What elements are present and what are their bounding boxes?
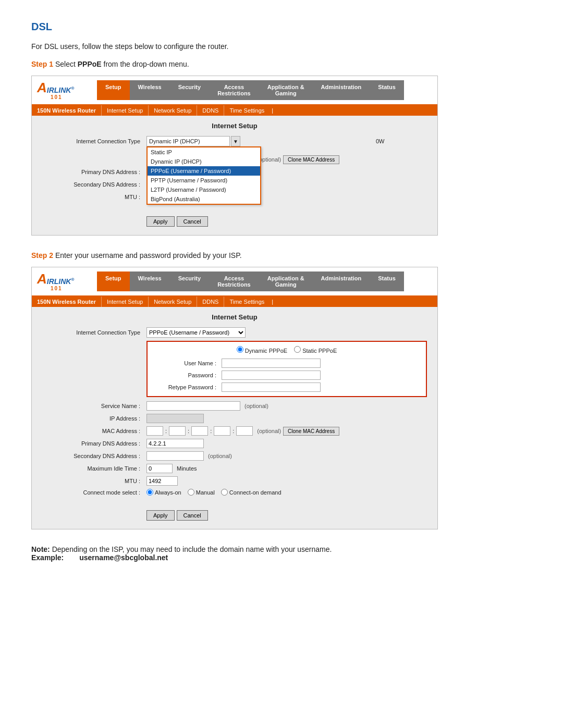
cancel-btn-2[interactable]: Cancel bbox=[177, 510, 208, 521]
spacer-2 bbox=[42, 205, 427, 210]
step2-heading: Step 2 Enter your username and password … bbox=[31, 251, 532, 260]
logo-101-2: 101 bbox=[51, 286, 63, 291]
connection-type-field-2: PPPoE (Username / Password) bbox=[146, 327, 246, 338]
pppoe-section: Dynamic PPPoE Static PPPoE User Name : P… bbox=[146, 341, 427, 397]
retype-password-row: Retype Password : bbox=[154, 382, 420, 392]
connection-select-arrow[interactable]: ▼ bbox=[231, 136, 240, 146]
connect-demand-label[interactable]: Connect-on demand bbox=[221, 489, 282, 496]
manual-label[interactable]: Manual bbox=[188, 489, 215, 496]
mtu-input-2[interactable] bbox=[146, 476, 178, 486]
service-name-input[interactable] bbox=[146, 401, 240, 411]
connection-type-row-2: Internet Connection Type PPPoE (Username… bbox=[42, 327, 427, 338]
mtu-row-2: MTU : bbox=[42, 476, 427, 486]
connect-mode-row: Connect mode select : Always-on Manual C… bbox=[42, 489, 427, 496]
apply-btn-2[interactable]: Apply bbox=[146, 510, 175, 521]
sub-link-ddns-1[interactable]: DDNS bbox=[197, 105, 224, 116]
max-idle-input[interactable] bbox=[146, 464, 173, 473]
mac-2d[interactable] bbox=[214, 426, 230, 436]
dropdown-dynamic-dhcp[interactable]: Dynamic IP (DHCP) bbox=[148, 157, 260, 166]
sub-link-time-2[interactable]: Time Settings bbox=[224, 297, 270, 307]
static-pppoe-label[interactable]: Static PPPoE bbox=[294, 348, 337, 354]
nav-tab-setup-1[interactable]: Setup bbox=[97, 80, 130, 100]
secondary-dns-input-2[interactable] bbox=[146, 451, 204, 461]
sub-link-network-2[interactable]: Network Setup bbox=[148, 297, 197, 307]
mac-optional-2: (optional) bbox=[257, 428, 281, 434]
secondary-dns-label-2: Secondary DNS Address : bbox=[42, 453, 146, 459]
password-input[interactable] bbox=[222, 371, 321, 380]
mac-2c[interactable] bbox=[191, 426, 208, 436]
manual-radio[interactable] bbox=[188, 489, 194, 496]
step1-label: Step 1 bbox=[31, 60, 53, 68]
mac-2e[interactable] bbox=[236, 426, 253, 436]
dropdown-bigpond[interactable]: BigPond (Australia) bbox=[148, 194, 260, 204]
nav-tabs-2: Setup Wireless Security AccessRestrictio… bbox=[97, 272, 432, 291]
secondary-dns-label-1: Secondary DNS Address : bbox=[42, 181, 146, 188]
dynamic-pppoe-label[interactable]: Dynamic PPPoE bbox=[237, 348, 289, 354]
connection-select-box[interactable]: Dynamic IP (DHCP) bbox=[146, 136, 230, 146]
nav-tab-wireless-2[interactable]: Wireless bbox=[130, 272, 170, 291]
step1-heading: Step 1 Select PPPoE from the drop-down m… bbox=[31, 60, 532, 68]
step2-text: Enter your username and password provide… bbox=[55, 251, 242, 260]
panel-title-1: Internet Setup bbox=[42, 122, 427, 130]
username-label: User Name : bbox=[154, 360, 222, 366]
nav-tab-admin-2[interactable]: Administration bbox=[313, 272, 370, 291]
primary-dns-row-2: Primary DNS Address : bbox=[42, 439, 427, 448]
sub-bar-pipe-2: | bbox=[270, 299, 273, 305]
connection-type-select-2[interactable]: PPPoE (Username / Password) bbox=[146, 327, 246, 338]
ip-address-row: IP Address : bbox=[42, 414, 427, 423]
mtu-label-2: MTU : bbox=[42, 478, 146, 484]
dynamic-pppoe-radio[interactable] bbox=[237, 346, 243, 353]
clone-mac-btn-2[interactable]: Clone MAC Address bbox=[283, 427, 339, 436]
nav-tab-admin-1[interactable]: Administration bbox=[313, 80, 370, 100]
sub-link-time-1[interactable]: Time Settings bbox=[224, 105, 270, 116]
apply-btn-1[interactable]: Apply bbox=[146, 216, 175, 227]
dropdown-l2tp[interactable]: L2TP (Username / Password) bbox=[148, 185, 260, 194]
nav-tab-security-2[interactable]: Security bbox=[170, 272, 209, 291]
password-label: Password : bbox=[154, 372, 222, 378]
connect-demand-radio[interactable] bbox=[221, 489, 228, 496]
nav-tab-wireless-1[interactable]: Wireless bbox=[130, 80, 170, 100]
note-section: Note: Depending on the ISP, you may need… bbox=[31, 545, 532, 562]
static-pppoe-radio[interactable] bbox=[294, 346, 301, 353]
dropdown-static-ip[interactable]: Static IP bbox=[148, 147, 260, 157]
sub-link-ddns-2[interactable]: DDNS bbox=[197, 297, 224, 307]
secondary-dns-row-2: Secondary DNS Address : (optional) bbox=[42, 451, 427, 461]
always-on-radio[interactable] bbox=[146, 489, 153, 496]
retype-password-input[interactable] bbox=[222, 382, 321, 392]
nav-tab-access-1[interactable]: AccessRestrictions bbox=[209, 80, 259, 100]
hostname-row: 0W bbox=[376, 138, 385, 144]
mac-2b[interactable] bbox=[169, 426, 186, 436]
dropdown-pppoe[interactable]: PPPoE (Username / Password) bbox=[148, 166, 260, 176]
service-name-row: Service Name : (optional) bbox=[42, 401, 427, 411]
clone-mac-btn-1[interactable]: Clone MAC Address bbox=[283, 155, 339, 164]
sub-link-internet-2[interactable]: Internet Setup bbox=[101, 297, 148, 307]
dropdown-pptp[interactable]: PPTP (Username / Password) bbox=[148, 176, 260, 185]
nav-tab-security-1[interactable]: Security bbox=[170, 80, 209, 100]
mac-2a[interactable] bbox=[146, 426, 163, 436]
nav-tab-status-2[interactable]: Status bbox=[370, 272, 404, 291]
nav-tab-access-2[interactable]: AccessRestrictions bbox=[209, 272, 259, 291]
connection-select-display[interactable]: Dynamic IP (DHCP) ▼ bbox=[146, 136, 240, 146]
sub-link-network-1[interactable]: Network Setup bbox=[148, 105, 197, 116]
logo-a-2: A bbox=[37, 272, 47, 286]
service-name-optional: (optional) bbox=[244, 403, 268, 409]
step2-label: Step 2 bbox=[31, 251, 53, 260]
logo-irlink-2: IRLINK® bbox=[47, 277, 75, 286]
nav-tab-appgaming-1[interactable]: Application &Gaming bbox=[259, 80, 313, 100]
always-on-label[interactable]: Always-on bbox=[146, 489, 181, 496]
sub-link-internet-1[interactable]: Internet Setup bbox=[101, 105, 148, 116]
primary-dns-label-2: Primary DNS Address : bbox=[42, 440, 146, 447]
nav-tab-appgaming-2[interactable]: Application &Gaming bbox=[259, 272, 313, 291]
max-idle-label: Maximum Idle Time : bbox=[42, 465, 146, 472]
mac-colon-2c: : bbox=[210, 428, 212, 434]
username-input[interactable] bbox=[222, 359, 321, 368]
nav-tab-setup-2[interactable]: Setup bbox=[97, 272, 130, 291]
primary-dns-input-2[interactable] bbox=[146, 439, 204, 448]
username-row: User Name : bbox=[154, 359, 420, 368]
cancel-btn-1[interactable]: Cancel bbox=[177, 216, 208, 227]
connect-mode-label: Connect mode select : bbox=[42, 489, 146, 496]
max-idle-value: Minutes bbox=[146, 464, 197, 473]
nav-tab-status-1[interactable]: Status bbox=[370, 80, 404, 100]
primary-dns-label-1: Primary DNS Address : bbox=[42, 169, 146, 175]
ip-address-input[interactable] bbox=[146, 414, 204, 423]
